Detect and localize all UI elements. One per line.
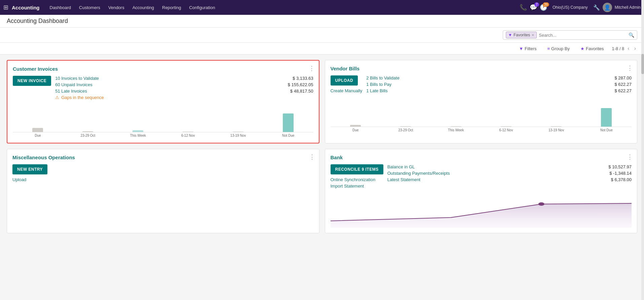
vb-chart-label-23-29: 23-29 Oct <box>381 128 431 132</box>
reconcile-button[interactable]: RECONCILE 9 ITEMS <box>331 164 383 174</box>
bank-stats: Balance in GL $ 10,527.97 Outstanding Pa… <box>387 164 632 189</box>
vendor-bills-stats: 2 Bills to Validate $ 287.00 1 Bills to … <box>366 75 632 95</box>
vb-stat-label-0[interactable]: 2 Bills to Validate <box>366 75 400 80</box>
bar-not-due-bar <box>283 113 294 132</box>
search-area[interactable]: ▼ Favorites ✕ 🔍 <box>503 30 637 40</box>
new-invoice-button[interactable]: NEW INVOICE <box>13 76 51 86</box>
vb-bar-23-29-bar <box>400 126 411 127</box>
bank-stat-label-1: Outstanding Payments/Receipts <box>387 171 450 176</box>
layers-icon: ≡ <box>547 46 550 51</box>
customer-invoices-menu[interactable]: ⋮ <box>309 65 315 72</box>
bank-stat-value-1: $ -1,348.14 <box>609 171 632 176</box>
nav-dashboard[interactable]: Dashboard <box>46 0 75 15</box>
create-manually-link[interactable]: Create Manually <box>331 88 363 93</box>
activity-icon[interactable]: 🕐 39 <box>540 4 547 11</box>
vb-stat-row-0: 2 Bills to Validate $ 287.00 <box>366 75 632 80</box>
misc-operations-card: Miscellaneous Operations ⋮ NEW ENTRY Upl… <box>7 149 319 233</box>
grid-icon[interactable]: ⊞ <box>3 4 8 11</box>
vb-bar-due <box>331 106 381 127</box>
scrollbar-thumb[interactable] <box>641 54 644 74</box>
group-by-button[interactable]: ≡ Group By <box>545 45 573 52</box>
bank-menu[interactable]: ⋮ <box>627 153 633 161</box>
page-header: Accounting Dashboard <box>0 15 644 28</box>
vendor-bills-menu[interactable]: ⋮ <box>627 64 633 72</box>
stat-label-2[interactable]: 51 Late Invoices <box>55 89 87 94</box>
stat-row-0: 10 Invoices to Validate $ 3,133.63 <box>55 76 313 81</box>
upload-button[interactable]: UPLOAD <box>331 75 358 86</box>
user-name[interactable]: Mitchell Admin <box>615 5 641 10</box>
bank-stat-value-2: $ 6,378.00 <box>611 177 632 182</box>
search-input[interactable] <box>537 32 629 38</box>
stat-label-0[interactable]: 10 Invoices to Validate <box>55 76 99 81</box>
activity-badge: 39 <box>543 2 549 7</box>
bank-stat-value-0: $ 10,527.97 <box>608 164 632 169</box>
avatar[interactable]: 👤 <box>603 3 612 12</box>
phone-icon[interactable]: 📞 <box>520 4 527 11</box>
search-bar: ▼ Favorites ✕ 🔍 <box>0 28 644 43</box>
filters-label: Filters <box>525 46 536 51</box>
stat-row-1: 60 Unpaid Invoices $ 155,622.05 <box>55 82 313 87</box>
vb-stat-row-2: 1 Late Bills $ 622.27 <box>366 88 632 93</box>
chat-icon[interactable]: 💬 7 <box>530 4 537 11</box>
vb-stat-row-1: 1 Bills to Pay $ 622.27 <box>366 82 632 87</box>
online-sync-link[interactable]: Online Synchronization <box>331 177 376 182</box>
chart-label-6-12: 6-12 Nov <box>163 134 213 137</box>
bar-chart-bars <box>13 105 313 132</box>
company-name: Ohio(US) Company <box>553 5 588 10</box>
bank-chart-area <box>331 203 632 228</box>
pagination: 1-8 / 8 ‹ › <box>612 45 637 52</box>
bar-23-29 <box>63 112 113 132</box>
nav-reporting[interactable]: Reporting <box>159 0 184 15</box>
chart-label-this-week: This Week <box>113 134 163 137</box>
stat-label-1[interactable]: 60 Unpaid Invoices <box>55 82 92 87</box>
vb-bar-not-due-bar <box>601 108 612 127</box>
filters-button[interactable]: ▼ Filters <box>516 45 539 52</box>
vendor-bills-action: UPLOAD Create Manually <box>331 75 363 95</box>
search-icon[interactable]: 🔍 <box>629 32 634 38</box>
favorites-tag-label: Favorites <box>514 33 530 37</box>
vb-bar-due-bar <box>350 125 361 127</box>
filter-icon: ▼ <box>519 46 523 51</box>
import-statement-link[interactable]: Import Statement <box>331 184 364 189</box>
upload-link[interactable]: Upload <box>12 177 26 182</box>
scrollbar[interactable] <box>641 0 644 239</box>
bank-stat-row-2: Latest Statement $ 6,378.00 <box>387 177 632 182</box>
star-icon: ★ <box>580 46 584 51</box>
vb-stat-value-2: $ 622.27 <box>614 88 632 93</box>
nav-vendors[interactable]: Vendors <box>105 0 128 15</box>
pagination-text: 1-8 / 8 <box>612 46 624 51</box>
misc-operations-action: NEW ENTRY Upload <box>12 164 47 182</box>
chart-label-23-29: 23-29 Oct <box>63 134 113 137</box>
vb-bar-chart-bars <box>331 100 632 127</box>
bank-chart-dot <box>538 202 544 206</box>
vb-stat-label-1[interactable]: 1 Bills to Pay <box>366 82 391 87</box>
nav-configuration[interactable]: Configuration <box>186 0 218 15</box>
vb-chart-label-6-12: 6-12 Nov <box>481 128 531 132</box>
favorites-button[interactable]: ★ Favorites <box>578 45 606 52</box>
vb-bar-this-week <box>431 106 481 127</box>
new-entry-button[interactable]: NEW ENTRY <box>12 164 47 174</box>
vb-bar-6-12 <box>481 106 531 127</box>
bank-chart-svg <box>331 194 632 228</box>
vendor-bills-card: Vendor Bills ⋮ UPLOAD Create Manually 2 … <box>325 60 638 143</box>
vb-stat-label-2[interactable]: 1 Late Bills <box>366 88 388 93</box>
favorites-tag-close[interactable]: ✕ <box>531 33 534 37</box>
customer-invoices-card: Customer Invoices ⋮ NEW INVOICE 10 Invoi… <box>7 60 319 143</box>
misc-operations-title: Miscellaneous Operations <box>12 155 314 160</box>
bank-card: Bank ⋮ RECONCILE 9 ITEMS Online Synchron… <box>325 149 638 233</box>
favorites-filter-tag[interactable]: ▼ Favorites ✕ <box>506 32 537 38</box>
misc-operations-menu[interactable]: ⋮ <box>309 153 315 161</box>
wrench-icon[interactable]: 🔧 <box>593 4 600 11</box>
bar-13-19 <box>213 112 263 132</box>
favorites-label: Favorites <box>586 46 604 51</box>
chart-label-not-due: Not Due <box>263 134 313 137</box>
customer-invoices-action: NEW INVOICE <box>13 76 51 100</box>
bar-this-week-bar <box>132 130 143 132</box>
nav-customers[interactable]: Customers <box>76 0 104 15</box>
nav-accounting[interactable]: Accounting <box>129 0 157 15</box>
bank-title: Bank <box>331 155 632 160</box>
vendor-bills-title: Vendor Bills <box>331 66 632 71</box>
prev-page-button[interactable]: ‹ <box>626 45 631 52</box>
customer-invoices-chart: Due 23-29 Oct This Week 6-12 Nov 13-19 N… <box>13 105 313 137</box>
next-page-button[interactable]: › <box>633 45 637 52</box>
